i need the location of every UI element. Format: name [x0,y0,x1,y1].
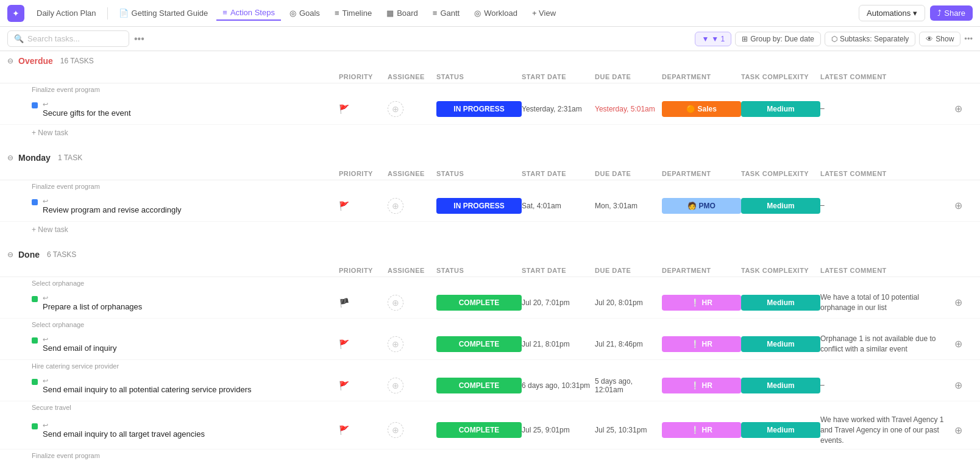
comment-cell: Orphanage 1 is not available due to conf… [820,334,954,354]
add-col-icon[interactable]: ⊕ [954,425,973,436]
assignee-avatar[interactable]: ⊕ [388,422,403,438]
priority-cell: 🏴 [339,298,388,308]
dept-badge[interactable]: ❕ HR [662,336,741,352]
start-date-cell: Sat, 4:01am [522,202,595,210]
nav-action-steps[interactable]: ≡ Action Steps [216,5,281,21]
collapse-monday-icon[interactable]: ⊖ [7,153,13,162]
status-badge[interactable]: IN PROGRESS [436,198,522,214]
collapse-done-icon[interactable]: ⊖ [7,250,13,259]
group-icon: ⊞ [742,35,748,43]
nav-gantt[interactable]: ≡ Gantt [427,6,466,20]
status-cell[interactable]: COMPLETE [436,295,522,311]
section-monday-count: 1 TASK [58,153,82,162]
status-cell[interactable]: COMPLETE [436,378,522,393]
status-cell[interactable]: IN PROGRESS [436,198,522,214]
status-badge[interactable]: COMPLETE [436,422,522,438]
task-dot [32,423,38,429]
priority-flag[interactable]: 🏴 [339,298,349,308]
complexity-badge[interactable]: Medium [741,378,820,393]
overdue-col-headers: PRIORITY ASSIGNEE STATUS START DATE DUE … [0,71,980,83]
nav-timeline[interactable]: ≡ Timeline [328,6,378,20]
assignee-avatar[interactable]: ⊕ [388,336,403,352]
col-department: DEPARTMENT [662,73,741,80]
assignee-avatar[interactable]: ⊕ [388,101,403,117]
nav-board[interactable]: ▦ Board [380,6,424,20]
assignee-avatar[interactable]: ⊕ [388,198,403,214]
nav-getting-started[interactable]: 📄 Getting Started Guide [113,6,215,20]
complexity-cell: Medium [741,198,820,214]
section-done: ⊖ Done 6 TASKS PRIORITY ASSIGNEE STATUS … [0,245,980,467]
show-button[interactable]: 👁 Show [919,32,960,46]
task-dot [32,102,38,108]
complexity-badge[interactable]: Medium [741,101,820,117]
add-col-icon[interactable]: ⊕ [954,338,973,350]
table-row: ↩ Send email inquiry to all potential ca… [0,370,980,401]
dept-badge[interactable]: ❕ HR [662,422,741,438]
status-badge[interactable]: COMPLETE [436,295,522,311]
dept-badge[interactable]: ❕ HR [662,295,741,311]
app-title[interactable]: Daily Action Plan [30,6,102,20]
dept-cell: 🧑 PMO [662,198,741,214]
col-priority-2: PRIORITY [339,170,388,177]
task-name[interactable]: Prepare a list of orphanages [43,302,142,311]
priority-flag[interactable]: 🚩 [339,381,349,390]
task-name[interactable]: Send email inquiry to all potential cate… [43,385,252,394]
col-start-date: START DATE [522,73,595,80]
section-overdue: ⊖ Overdue 16 TASKS PRIORITY ASSIGNEE STA… [0,51,980,141]
add-col-icon[interactable]: ⊕ [954,103,973,115]
section-done-header: ⊖ Done 6 TASKS [0,245,980,264]
assignee-cell: ⊕ [388,295,436,311]
start-date-cell: 6 days ago, 10:31pm [522,381,595,390]
dept-badge[interactable]: 🟠 Sales [662,101,741,117]
priority-flag[interactable]: 🚩 [339,425,349,435]
col-comment-2: LATEST COMMENT [820,170,954,177]
comment-cell: We have worked with Travel Agency 1 and … [820,415,954,445]
nav-workload[interactable]: ◎ Workload [468,6,524,20]
nav-add-view[interactable]: + View [526,6,562,20]
status-cell[interactable]: COMPLETE [436,336,522,352]
priority-flag[interactable]: 🚩 [339,104,349,114]
section-monday-header: ⊖ Monday 1 TASK [0,148,980,168]
task-name[interactable]: Secure gifts for the event [43,108,131,118]
group-by-button[interactable]: ⊞ Group by: Due date [735,32,821,46]
complexity-badge[interactable]: Medium [741,422,820,438]
automations-button[interactable]: Automations ▾ [859,5,925,21]
priority-cell: 🚩 [339,381,388,390]
col-priority-3: PRIORITY [339,267,388,274]
more-toolbar-icon[interactable]: ••• [964,34,973,43]
status-badge[interactable]: COMPLETE [436,336,522,352]
assignee-avatar[interactable]: ⊕ [388,378,403,393]
col-department-2: DEPARTMENT [662,170,741,177]
add-col-icon[interactable]: ⊕ [954,200,973,211]
priority-flag[interactable]: 🚩 [339,339,349,349]
more-options-icon[interactable]: ••• [134,34,144,44]
add-col-icon[interactable]: ⊕ [954,297,973,308]
complexity-badge[interactable]: Medium [741,336,820,352]
status-badge[interactable]: COMPLETE [436,378,522,393]
search-box[interactable]: 🔍 Search tasks... [7,30,129,47]
status-cell[interactable]: IN PROGRESS [436,101,522,117]
complexity-badge[interactable]: Medium [741,295,820,311]
assignee-avatar[interactable]: ⊕ [388,295,403,311]
filter-button[interactable]: ▼ ▼ 1 [695,32,731,46]
dept-badge[interactable]: 🧑 PMO [662,198,741,214]
col-department-3: DEPARTMENT [662,267,741,274]
dept-badge[interactable]: ❕ HR [662,378,741,393]
done-parent-label-1: Select orphanage [0,319,980,328]
new-task-button-overdue[interactable]: + New task [0,125,980,141]
priority-flag[interactable]: 🚩 [339,201,349,211]
subtasks-button[interactable]: ⬡ Subtasks: Separately [825,32,915,46]
nav-goals[interactable]: ◎ Goals [283,6,326,20]
task-name[interactable]: Review program and revise accordingly [43,205,182,214]
list-icon: ≡ [222,8,227,17]
share-button[interactable]: ⤴ Share [930,5,973,21]
task-name[interactable]: Send email of inquiry [43,344,116,353]
status-cell[interactable]: COMPLETE [436,422,522,438]
status-badge[interactable]: IN PROGRESS [436,101,522,117]
new-task-button-monday[interactable]: + New task [0,222,980,238]
col-comment-3: LATEST COMMENT [820,267,954,274]
collapse-overdue-icon[interactable]: ⊖ [7,57,13,65]
add-col-icon[interactable]: ⊕ [954,379,973,391]
task-name[interactable]: Send email inquiry to all target travel … [43,429,205,439]
complexity-badge[interactable]: Medium [741,198,820,214]
